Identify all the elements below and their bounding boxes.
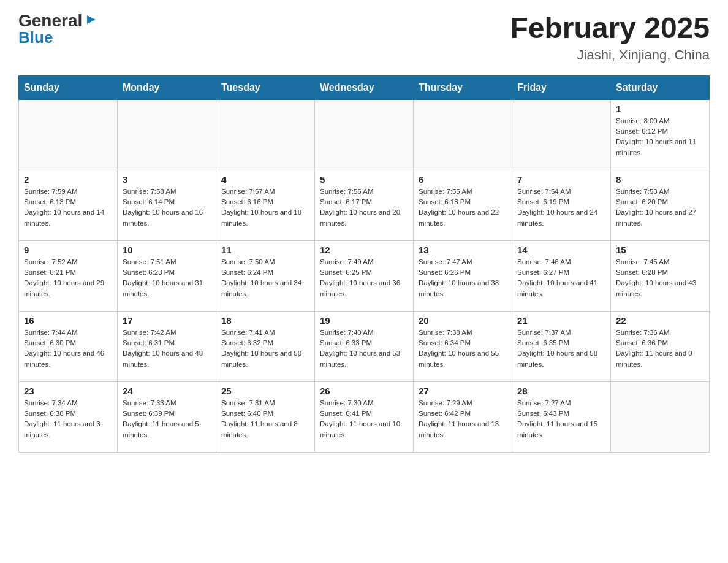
header-monday: Monday	[118, 75, 216, 99]
day-number: 9	[24, 245, 112, 255]
calendar-title: February 2025	[510, 12, 710, 45]
day-cell: 16Sunrise: 7:44 AMSunset: 6:30 PMDayligh…	[19, 311, 118, 381]
day-cell: 25Sunrise: 7:31 AMSunset: 6:40 PMDayligh…	[216, 381, 315, 452]
header-sunday: Sunday	[19, 75, 118, 99]
day-number: 27	[419, 386, 507, 396]
day-cell: 23Sunrise: 7:34 AMSunset: 6:38 PMDayligh…	[19, 381, 118, 452]
day-cell: 11Sunrise: 7:50 AMSunset: 6:24 PMDayligh…	[216, 240, 315, 311]
day-cell	[611, 381, 710, 452]
day-info: Sunrise: 7:51 AMSunset: 6:23 PMDaylight:…	[123, 257, 211, 299]
day-number: 21	[517, 315, 605, 326]
svg-marker-0	[87, 15, 96, 24]
day-cell: 24Sunrise: 7:33 AMSunset: 6:39 PMDayligh…	[118, 381, 216, 452]
day-cell: 8Sunrise: 7:53 AMSunset: 6:20 PMDaylight…	[611, 170, 710, 240]
week-row-4: 16Sunrise: 7:44 AMSunset: 6:30 PMDayligh…	[19, 311, 710, 381]
header-saturday: Saturday	[611, 75, 710, 99]
day-info: Sunrise: 7:56 AMSunset: 6:17 PMDaylight:…	[320, 186, 408, 229]
week-row-3: 9Sunrise: 7:52 AMSunset: 6:21 PMDaylight…	[19, 240, 710, 311]
day-info: Sunrise: 7:49 AMSunset: 6:25 PMDaylight:…	[320, 257, 408, 299]
day-cell: 15Sunrise: 7:45 AMSunset: 6:28 PMDayligh…	[611, 240, 710, 311]
day-info: Sunrise: 8:00 AMSunset: 6:12 PMDaylight:…	[616, 116, 704, 158]
day-number: 28	[517, 386, 605, 396]
day-number: 23	[24, 386, 112, 396]
day-info: Sunrise: 7:40 AMSunset: 6:33 PMDaylight:…	[320, 327, 408, 370]
day-number: 1	[616, 104, 704, 114]
day-cell: 19Sunrise: 7:40 AMSunset: 6:33 PMDayligh…	[315, 311, 414, 381]
day-info: Sunrise: 7:36 AMSunset: 6:36 PMDaylight:…	[616, 327, 704, 370]
day-cell	[315, 99, 414, 170]
day-number: 18	[221, 315, 309, 326]
day-number: 15	[616, 245, 704, 255]
day-cell: 26Sunrise: 7:30 AMSunset: 6:41 PMDayligh…	[315, 381, 414, 452]
day-info: Sunrise: 7:29 AMSunset: 6:42 PMDaylight:…	[419, 398, 507, 440]
day-cell: 13Sunrise: 7:47 AMSunset: 6:26 PMDayligh…	[414, 240, 512, 311]
day-cell: 7Sunrise: 7:54 AMSunset: 6:19 PMDaylight…	[512, 170, 611, 240]
day-cell: 4Sunrise: 7:57 AMSunset: 6:16 PMDaylight…	[216, 170, 315, 240]
day-info: Sunrise: 7:57 AMSunset: 6:16 PMDaylight:…	[221, 186, 309, 229]
day-info: Sunrise: 7:37 AMSunset: 6:35 PMDaylight:…	[517, 327, 605, 370]
day-number: 17	[123, 315, 211, 326]
day-cell: 12Sunrise: 7:49 AMSunset: 6:25 PMDayligh…	[315, 240, 414, 311]
day-number: 25	[221, 386, 309, 396]
day-cell: 20Sunrise: 7:38 AMSunset: 6:34 PMDayligh…	[414, 311, 512, 381]
day-number: 4	[221, 174, 309, 185]
calendar-subtitle: Jiashi, Xinjiang, China	[510, 47, 710, 63]
day-number: 10	[123, 245, 211, 255]
day-number: 5	[320, 174, 408, 185]
day-info: Sunrise: 7:59 AMSunset: 6:13 PMDaylight:…	[24, 186, 112, 229]
day-cell: 9Sunrise: 7:52 AMSunset: 6:21 PMDaylight…	[19, 240, 118, 311]
day-info: Sunrise: 7:55 AMSunset: 6:18 PMDaylight:…	[419, 186, 507, 229]
day-info: Sunrise: 7:31 AMSunset: 6:40 PMDaylight:…	[221, 398, 309, 440]
day-info: Sunrise: 7:38 AMSunset: 6:34 PMDaylight:…	[419, 327, 507, 370]
logo-arrow-icon	[85, 13, 98, 26]
day-info: Sunrise: 7:34 AMSunset: 6:38 PMDaylight:…	[24, 398, 112, 440]
day-cell: 3Sunrise: 7:58 AMSunset: 6:14 PMDaylight…	[118, 170, 216, 240]
day-number: 11	[221, 245, 309, 255]
day-number: 16	[24, 315, 112, 326]
day-info: Sunrise: 7:45 AMSunset: 6:28 PMDaylight:…	[616, 257, 704, 299]
day-info: Sunrise: 7:52 AMSunset: 6:21 PMDaylight:…	[24, 257, 112, 299]
day-number: 24	[123, 386, 211, 396]
day-info: Sunrise: 7:47 AMSunset: 6:26 PMDaylight:…	[419, 257, 507, 299]
day-info: Sunrise: 7:33 AMSunset: 6:39 PMDaylight:…	[123, 398, 211, 440]
logo-blue-text: Blue	[18, 29, 53, 45]
day-number: 26	[320, 386, 408, 396]
day-cell	[216, 99, 315, 170]
day-info: Sunrise: 7:30 AMSunset: 6:41 PMDaylight:…	[320, 398, 408, 440]
logo-general-text: General	[18, 12, 82, 29]
week-row-1: 1Sunrise: 8:00 AMSunset: 6:12 PMDaylight…	[19, 99, 710, 170]
day-cell	[19, 99, 118, 170]
day-cell: 17Sunrise: 7:42 AMSunset: 6:31 PMDayligh…	[118, 311, 216, 381]
day-info: Sunrise: 7:58 AMSunset: 6:14 PMDaylight:…	[123, 186, 211, 229]
day-number: 14	[517, 245, 605, 255]
day-cell: 22Sunrise: 7:36 AMSunset: 6:36 PMDayligh…	[611, 311, 710, 381]
title-block: February 2025 Jiashi, Xinjiang, China	[510, 12, 710, 63]
header-thursday: Thursday	[414, 75, 512, 99]
day-cell	[118, 99, 216, 170]
header-wednesday: Wednesday	[315, 75, 414, 99]
page-header: General Blue February 2025 Jiashi, Xinji…	[18, 12, 710, 63]
day-cell: 18Sunrise: 7:41 AMSunset: 6:32 PMDayligh…	[216, 311, 315, 381]
day-info: Sunrise: 7:46 AMSunset: 6:27 PMDaylight:…	[517, 257, 605, 299]
day-cell: 10Sunrise: 7:51 AMSunset: 6:23 PMDayligh…	[118, 240, 216, 311]
day-number: 7	[517, 174, 605, 185]
header-tuesday: Tuesday	[216, 75, 315, 99]
day-cell	[512, 99, 611, 170]
day-number: 19	[320, 315, 408, 326]
day-number: 22	[616, 315, 704, 326]
day-cell: 27Sunrise: 7:29 AMSunset: 6:42 PMDayligh…	[414, 381, 512, 452]
day-number: 8	[616, 174, 704, 185]
header-friday: Friday	[512, 75, 611, 99]
day-info: Sunrise: 7:44 AMSunset: 6:30 PMDaylight:…	[24, 327, 112, 370]
calendar-table: Sunday Monday Tuesday Wednesday Thursday…	[18, 75, 710, 453]
day-info: Sunrise: 7:54 AMSunset: 6:19 PMDaylight:…	[517, 186, 605, 229]
week-row-2: 2Sunrise: 7:59 AMSunset: 6:13 PMDaylight…	[19, 170, 710, 240]
week-row-5: 23Sunrise: 7:34 AMSunset: 6:38 PMDayligh…	[19, 381, 710, 452]
day-cell: 28Sunrise: 7:27 AMSunset: 6:43 PMDayligh…	[512, 381, 611, 452]
day-cell: 5Sunrise: 7:56 AMSunset: 6:17 PMDaylight…	[315, 170, 414, 240]
day-info: Sunrise: 7:42 AMSunset: 6:31 PMDaylight:…	[123, 327, 211, 370]
day-number: 2	[24, 174, 112, 185]
day-number: 6	[419, 174, 507, 185]
day-cell	[414, 99, 512, 170]
day-number: 3	[123, 174, 211, 185]
